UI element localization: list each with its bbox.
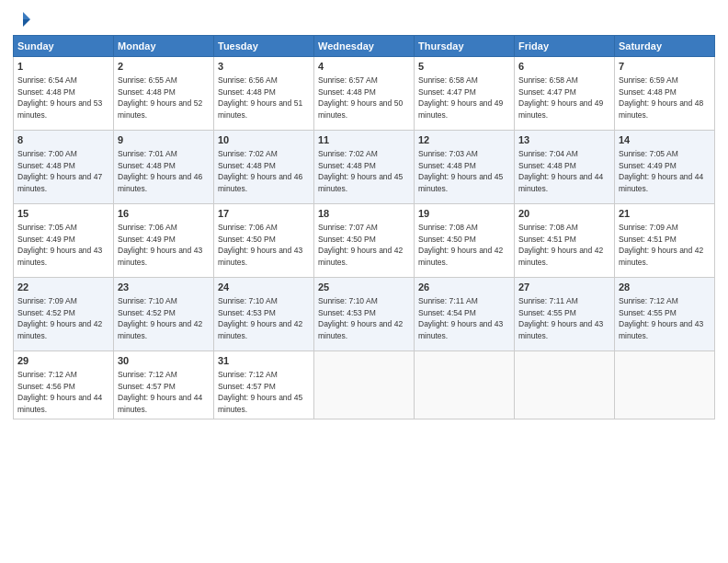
calendar-day-cell bbox=[615, 351, 715, 419]
weekday-header: Sunday bbox=[14, 36, 114, 57]
calendar-week-row: 8 Sunrise: 7:00 AMSunset: 4:48 PMDayligh… bbox=[14, 131, 715, 204]
day-info: Sunrise: 6:58 AMSunset: 4:47 PMDaylight:… bbox=[518, 75, 603, 120]
calendar-day-cell: 1 Sunrise: 6:54 AMSunset: 4:48 PMDayligh… bbox=[14, 57, 114, 131]
day-info: Sunrise: 6:58 AMSunset: 4:47 PMDaylight:… bbox=[418, 75, 503, 120]
calendar-day-cell: 29 Sunrise: 7:12 AMSunset: 4:56 PMDaylig… bbox=[14, 351, 114, 419]
day-number: 23 bbox=[118, 281, 210, 294]
page-container: SundayMondayTuesdayWednesdayThursdayFrid… bbox=[0, 0, 728, 563]
day-number: 19 bbox=[418, 207, 510, 221]
calendar-day-cell: 25 Sunrise: 7:10 AMSunset: 4:53 PMDaylig… bbox=[314, 278, 415, 351]
calendar-day-cell: 30 Sunrise: 7:12 AMSunset: 4:57 PMDaylig… bbox=[114, 351, 214, 419]
day-number: 13 bbox=[518, 133, 610, 147]
calendar-day-cell: 6 Sunrise: 6:58 AMSunset: 4:47 PMDayligh… bbox=[515, 57, 615, 131]
day-number: 30 bbox=[118, 354, 210, 368]
day-info: Sunrise: 7:01 AMSunset: 4:48 PMDaylight:… bbox=[118, 149, 202, 193]
calendar-day-cell: 15 Sunrise: 7:05 AMSunset: 4:49 PMDaylig… bbox=[14, 204, 114, 278]
day-info: Sunrise: 7:12 AMSunset: 4:56 PMDaylight:… bbox=[17, 370, 102, 414]
day-number: 7 bbox=[619, 60, 711, 74]
day-info: Sunrise: 7:09 AMSunset: 4:51 PMDaylight:… bbox=[619, 223, 703, 267]
calendar-day-cell: 17 Sunrise: 7:06 AMSunset: 4:50 PMDaylig… bbox=[214, 204, 314, 278]
day-info: Sunrise: 7:03 AMSunset: 4:48 PMDaylight:… bbox=[418, 149, 503, 193]
calendar-day-cell: 7 Sunrise: 6:59 AMSunset: 4:48 PMDayligh… bbox=[615, 57, 715, 131]
day-info: Sunrise: 6:54 AMSunset: 4:48 PMDaylight:… bbox=[17, 75, 102, 120]
day-info: Sunrise: 7:05 AMSunset: 4:49 PMDaylight:… bbox=[17, 223, 102, 267]
day-number: 21 bbox=[619, 207, 711, 221]
calendar-table: SundayMondayTuesdayWednesdayThursdayFrid… bbox=[13, 35, 715, 419]
weekday-header: Saturday bbox=[615, 36, 715, 57]
calendar-day-cell: 11 Sunrise: 7:02 AMSunset: 4:48 PMDaylig… bbox=[314, 131, 415, 204]
day-number: 2 bbox=[118, 60, 210, 74]
calendar-day-cell: 2 Sunrise: 6:55 AMSunset: 4:48 PMDayligh… bbox=[114, 57, 214, 131]
day-number: 20 bbox=[518, 207, 610, 221]
logo bbox=[13, 11, 31, 28]
calendar-day-cell: 27 Sunrise: 7:11 AMSunset: 4:55 PMDaylig… bbox=[515, 278, 615, 351]
day-info: Sunrise: 7:05 AMSunset: 4:49 PMDaylight:… bbox=[619, 149, 703, 193]
day-number: 17 bbox=[218, 207, 310, 221]
weekday-header: Thursday bbox=[415, 36, 515, 57]
calendar-header-row: SundayMondayTuesdayWednesdayThursdayFrid… bbox=[14, 36, 715, 57]
calendar-day-cell: 14 Sunrise: 7:05 AMSunset: 4:49 PMDaylig… bbox=[615, 131, 715, 204]
calendar-day-cell: 4 Sunrise: 6:57 AMSunset: 4:48 PMDayligh… bbox=[314, 57, 415, 131]
weekday-header: Monday bbox=[114, 36, 214, 57]
calendar-day-cell: 18 Sunrise: 7:07 AMSunset: 4:50 PMDaylig… bbox=[314, 204, 415, 278]
day-info: Sunrise: 7:12 AMSunset: 4:57 PMDaylight:… bbox=[218, 370, 302, 414]
day-info: Sunrise: 7:07 AMSunset: 4:50 PMDaylight:… bbox=[318, 223, 403, 267]
day-number: 15 bbox=[17, 207, 109, 221]
day-number: 5 bbox=[418, 60, 510, 74]
calendar-week-row: 29 Sunrise: 7:12 AMSunset: 4:56 PMDaylig… bbox=[14, 351, 715, 419]
day-info: Sunrise: 7:06 AMSunset: 4:49 PMDaylight:… bbox=[118, 223, 202, 267]
day-number: 3 bbox=[218, 60, 310, 74]
weekday-header: Tuesday bbox=[214, 36, 314, 57]
day-info: Sunrise: 7:02 AMSunset: 4:48 PMDaylight:… bbox=[218, 149, 302, 193]
day-info: Sunrise: 7:00 AMSunset: 4:48 PMDaylight:… bbox=[17, 149, 102, 193]
calendar-day-cell: 19 Sunrise: 7:08 AMSunset: 4:50 PMDaylig… bbox=[415, 204, 515, 278]
day-number: 12 bbox=[418, 133, 510, 147]
calendar-day-cell: 31 Sunrise: 7:12 AMSunset: 4:57 PMDaylig… bbox=[214, 351, 314, 419]
svg-marker-0 bbox=[23, 12, 30, 19]
day-number: 16 bbox=[118, 207, 210, 221]
day-info: Sunrise: 6:56 AMSunset: 4:48 PMDaylight:… bbox=[218, 75, 302, 120]
day-number: 28 bbox=[619, 281, 711, 294]
day-info: Sunrise: 7:12 AMSunset: 4:55 PMDaylight:… bbox=[619, 296, 703, 340]
calendar-day-cell bbox=[515, 351, 615, 419]
day-info: Sunrise: 7:04 AMSunset: 4:48 PMDaylight:… bbox=[518, 149, 603, 193]
day-number: 9 bbox=[118, 133, 210, 147]
calendar-day-cell: 24 Sunrise: 7:10 AMSunset: 4:53 PMDaylig… bbox=[214, 278, 314, 351]
day-info: Sunrise: 7:10 AMSunset: 4:53 PMDaylight:… bbox=[218, 296, 302, 340]
calendar-day-cell: 26 Sunrise: 7:11 AMSunset: 4:54 PMDaylig… bbox=[415, 278, 515, 351]
day-number: 14 bbox=[619, 133, 711, 147]
day-info: Sunrise: 7:06 AMSunset: 4:50 PMDaylight:… bbox=[218, 223, 302, 267]
calendar-week-row: 15 Sunrise: 7:05 AMSunset: 4:49 PMDaylig… bbox=[14, 204, 715, 278]
day-info: Sunrise: 7:09 AMSunset: 4:52 PMDaylight:… bbox=[17, 296, 102, 340]
day-number: 1 bbox=[17, 60, 109, 74]
day-number: 10 bbox=[218, 133, 310, 147]
day-info: Sunrise: 6:57 AMSunset: 4:48 PMDaylight:… bbox=[318, 75, 403, 120]
day-number: 24 bbox=[218, 281, 310, 294]
day-number: 18 bbox=[318, 207, 410, 221]
calendar-day-cell: 10 Sunrise: 7:02 AMSunset: 4:48 PMDaylig… bbox=[214, 131, 314, 204]
calendar-day-cell: 9 Sunrise: 7:01 AMSunset: 4:48 PMDayligh… bbox=[114, 131, 214, 204]
calendar-week-row: 22 Sunrise: 7:09 AMSunset: 4:52 PMDaylig… bbox=[14, 278, 715, 351]
weekday-header: Friday bbox=[515, 36, 615, 57]
calendar-day-cell: 8 Sunrise: 7:00 AMSunset: 4:48 PMDayligh… bbox=[14, 131, 114, 204]
weekday-header: Wednesday bbox=[314, 36, 415, 57]
day-number: 25 bbox=[318, 281, 410, 294]
day-number: 11 bbox=[318, 133, 410, 147]
day-info: Sunrise: 7:12 AMSunset: 4:57 PMDaylight:… bbox=[118, 370, 202, 414]
day-info: Sunrise: 6:59 AMSunset: 4:48 PMDaylight:… bbox=[619, 75, 703, 120]
calendar-day-cell: 28 Sunrise: 7:12 AMSunset: 4:55 PMDaylig… bbox=[615, 278, 715, 351]
day-number: 8 bbox=[17, 133, 109, 147]
day-info: Sunrise: 7:10 AMSunset: 4:52 PMDaylight:… bbox=[118, 296, 202, 340]
day-info: Sunrise: 7:11 AMSunset: 4:55 PMDaylight:… bbox=[518, 296, 603, 340]
calendar-day-cell: 3 Sunrise: 6:56 AMSunset: 4:48 PMDayligh… bbox=[214, 57, 314, 131]
svg-marker-1 bbox=[23, 19, 30, 27]
day-info: Sunrise: 7:08 AMSunset: 4:50 PMDaylight:… bbox=[418, 223, 503, 267]
day-info: Sunrise: 6:55 AMSunset: 4:48 PMDaylight:… bbox=[118, 75, 202, 120]
calendar-day-cell: 13 Sunrise: 7:04 AMSunset: 4:48 PMDaylig… bbox=[515, 131, 615, 204]
logo-flag-icon bbox=[15, 11, 31, 28]
day-info: Sunrise: 7:02 AMSunset: 4:48 PMDaylight:… bbox=[318, 149, 403, 193]
page-header bbox=[13, 11, 715, 28]
calendar-day-cell bbox=[415, 351, 515, 419]
day-number: 26 bbox=[418, 281, 510, 294]
calendar-day-cell: 16 Sunrise: 7:06 AMSunset: 4:49 PMDaylig… bbox=[114, 204, 214, 278]
